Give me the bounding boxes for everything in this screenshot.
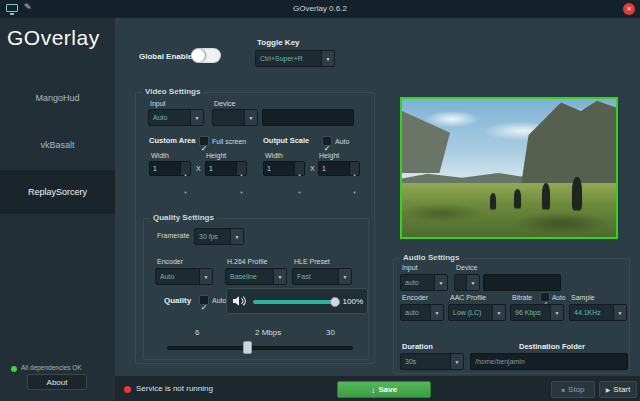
chevron-down-icon: [492, 305, 505, 320]
encoder-select[interactable]: Auto: [155, 268, 213, 285]
quality-settings-title: Quality Settings: [150, 213, 217, 222]
chevron-down-icon: [230, 229, 243, 244]
custom-height-stepper[interactable]: 1: [205, 161, 247, 176]
sample-select[interactable]: 44.1KHz: [569, 304, 627, 321]
play-icon: ▶: [606, 386, 611, 393]
chevron-down-icon: [430, 305, 443, 320]
custom-height-label: Height: [206, 152, 226, 159]
duration-select[interactable]: 30s: [400, 353, 464, 370]
full-screen-checkbox[interactable]: [199, 136, 209, 146]
service-status-text: Service is not running: [136, 384, 213, 393]
h264-profile-label: H.264 Profile: [227, 258, 267, 265]
bitrate-slider-handle[interactable]: [243, 341, 252, 354]
close-icon[interactable]: ×: [623, 3, 635, 15]
output-scale-auto-label: Auto: [335, 138, 349, 145]
chevron-down-icon: [450, 354, 463, 369]
sample-label: Sample: [571, 294, 595, 301]
chevron-down-icon: [190, 110, 203, 125]
toggle-key-label: Toggle Key: [257, 38, 300, 47]
audio-input-label: Input: [402, 264, 418, 271]
custom-width-stepper[interactable]: 1: [149, 161, 191, 176]
destination-folder-label: Destination Folder: [519, 342, 585, 351]
audio-bitrate-auto-checkbox[interactable]: [540, 292, 550, 302]
h264-profile-select[interactable]: Baseline: [225, 268, 287, 285]
custom-area-label: Custom Area: [149, 136, 195, 145]
spin-arrows-icon: [349, 162, 359, 175]
sidebar-item-label: MangoHud: [35, 93, 79, 103]
chevron-down-icon: [466, 275, 479, 290]
toggle-key-value: Ctrl+Super+R: [256, 51, 321, 66]
audio-device-select[interactable]: [454, 274, 480, 291]
framerate-label: Framerate: [157, 232, 189, 239]
save-button[interactable]: ↓ Save: [337, 381, 431, 398]
app-logo: GOverlay: [7, 26, 100, 50]
sidebar-item-replaysorcery[interactable]: ReplaySorcery: [0, 170, 115, 214]
video-input-select[interactable]: Auto: [148, 109, 204, 126]
hle-preset-label: HLE Preset: [294, 258, 330, 265]
stop-icon: ■: [561, 387, 565, 393]
chevron-down-icon: [550, 305, 563, 320]
destination-folder-field[interactable]: /home/benjamin: [470, 353, 628, 370]
x-separator: X: [310, 165, 315, 172]
quality-auto-checkbox[interactable]: [199, 295, 209, 305]
bitrate-current-label: 2 Mbps: [255, 328, 281, 337]
audio-bitrate-auto-label: Auto: [552, 294, 565, 301]
stop-button[interactable]: ■ Stop: [551, 381, 595, 398]
quality-slider-handle[interactable]: [330, 297, 340, 307]
about-button[interactable]: About: [27, 374, 87, 390]
toggle-key-select[interactable]: Ctrl+Super+R: [255, 50, 335, 67]
sidebar-item-vkbasalt[interactable]: vkBasalt: [0, 123, 115, 167]
chevron-down-icon: [338, 269, 351, 284]
quality-slider-track[interactable]: [253, 300, 337, 304]
audio-bitrate-label: Bitrate: [512, 294, 532, 301]
service-status-dot: [124, 386, 131, 393]
app-window: ✎ GOverlay 0.6.2 × GOverlay MangoHud vkB…: [0, 0, 640, 401]
audio-device-field[interactable]: [483, 274, 561, 291]
video-device-select[interactable]: [212, 109, 258, 126]
custom-width-label: Width: [151, 152, 169, 159]
video-device-field[interactable]: [262, 109, 354, 126]
preview-image: [400, 97, 618, 239]
bitrate-slider-track[interactable]: [167, 346, 353, 350]
scale-width-stepper[interactable]: 1: [263, 161, 305, 176]
spin-arrows-icon: [236, 162, 246, 175]
chevron-down-icon: [273, 269, 286, 284]
quality-percent: 100%: [343, 297, 363, 306]
bitrate-min-label: 6: [195, 328, 199, 337]
dependencies-ok-dot: [11, 366, 17, 372]
scale-width-label: Width: [265, 152, 283, 159]
quality-slider-panel: 100%: [226, 288, 368, 314]
global-enable-toggle[interactable]: [191, 48, 221, 63]
output-scale-label: Output Scale: [263, 136, 309, 145]
output-scale-auto-checkbox[interactable]: [322, 136, 332, 146]
scale-height-label: Height: [319, 152, 339, 159]
scale-height-stepper[interactable]: 1: [318, 161, 360, 176]
toggle-knob: [192, 49, 205, 62]
chevron-down-icon: [434, 275, 447, 290]
audio-bitrate-select[interactable]: 96 Kbps: [510, 304, 564, 321]
framerate-select[interactable]: 30 fps: [194, 228, 244, 245]
video-settings-title: Video Settings: [142, 87, 203, 96]
start-button[interactable]: ▶ Start: [599, 381, 637, 398]
preview-character: [542, 183, 550, 209]
hle-preset-select[interactable]: Fast: [292, 268, 352, 285]
speaker-icon: [231, 293, 247, 313]
chevron-down-icon: [613, 305, 626, 320]
spin-arrows-icon: [294, 162, 304, 175]
video-device-label: Device: [214, 100, 235, 107]
dependencies-status: All dependencies OK: [21, 364, 82, 371]
bitrate-max-label: 30: [326, 328, 335, 337]
sidebar: GOverlay MangoHud vkBasalt ReplaySorcery…: [0, 18, 115, 401]
preview-character: [490, 193, 496, 209]
chevron-down-icon: [244, 110, 257, 125]
full-screen-label: Full screen: [212, 138, 246, 145]
quality-auto-label: Auto: [212, 297, 226, 304]
aac-profile-select[interactable]: Low (LC): [448, 304, 506, 321]
encoder-label: Encoder: [157, 258, 183, 265]
audio-encoder-select[interactable]: auto: [400, 304, 444, 321]
sidebar-item-label: vkBasalt: [40, 140, 74, 150]
sidebar-item-mangohud[interactable]: MangoHud: [0, 76, 115, 120]
duration-label: Duration: [402, 342, 433, 351]
global-enable-label: Global Enable: [139, 52, 192, 61]
audio-input-select[interactable]: auto: [400, 274, 448, 291]
